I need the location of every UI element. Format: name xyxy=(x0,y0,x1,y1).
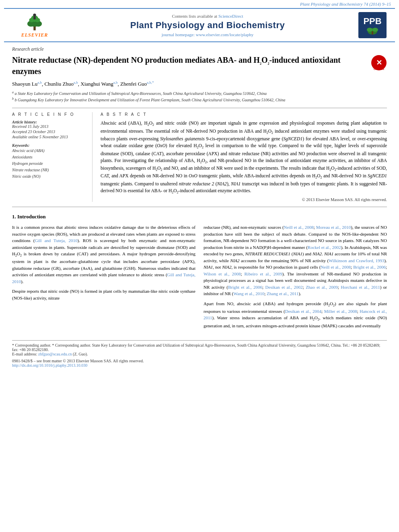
footer-note: * Corresponding author. * Corresponding … xyxy=(12,340,387,368)
ref-miller-2008: Miller et al., 2008 xyxy=(324,309,357,314)
accepted-date: Accepted 23 October 2013 xyxy=(12,129,88,134)
ref-zhao-2009: Zhao et al., 2009 xyxy=(306,285,338,290)
abstract-text: Abscisic acid (ABA), H2O2 and nitric oxi… xyxy=(101,120,387,195)
intro-title: 1. Introduction xyxy=(12,214,387,220)
intro-para-1: It is a common process that abiotic stre… xyxy=(12,224,195,285)
keyword-3: Hydrogen peroxide xyxy=(12,160,88,167)
intro-para-2: Despite reports that nitric oxide (NO) i… xyxy=(12,288,195,301)
paper-title-text: Nitrate reductase (NR)-dependent NO prod… xyxy=(12,55,367,76)
journal-citation: Plant Physiology and Biochemistry 74 (20… xyxy=(300,2,391,6)
abstract-column: A B S T R A C T Abscisic acid (ABA), H2O… xyxy=(101,112,387,202)
intro-body-columns: It is a common process that abiotic stre… xyxy=(12,224,387,332)
email-line: E-mail address: zhfguo@scau.edu.cn (Z. G… xyxy=(12,352,387,356)
copyright-line: © 2013 Elsevier Masson SAS. All rights r… xyxy=(101,197,387,202)
ref-desikan-2004: Desikan et al., 2004 xyxy=(285,309,321,314)
article-history-label: Article history: xyxy=(12,120,88,124)
divider-2 xyxy=(12,207,387,207)
keyword-2: Antioxidants xyxy=(12,154,88,160)
journal-homepage: journal homepage: www.elsevier.com/locat… xyxy=(59,32,356,37)
ref-horchani-2011: Horchani et al., 2011 xyxy=(341,285,380,290)
keyword-5: Nitric oxide (NO) xyxy=(12,173,88,180)
ref-wang-2010: Wang et al., 2010 xyxy=(233,291,264,296)
ref-neill-2008: Neill et al., 2008 xyxy=(284,225,314,230)
ref-bright-2006b: Bright et al., 2006 xyxy=(228,285,262,290)
affiliation-a: a a State Key Laboratory for Conservatio… xyxy=(12,90,387,97)
ref-ribeiro-2009: Ribeiro et al., 2009 xyxy=(245,271,282,276)
article-info-heading: A R T I C L E I N F O xyxy=(12,112,88,117)
keyword-4: Nitrate reductase (NR) xyxy=(12,167,88,173)
svg-point-6 xyxy=(35,18,40,23)
doi-line: http://dx.doi.org/10.1016/j.plaphy.2013.… xyxy=(12,363,387,368)
keywords-section: Keywords: Abscisic acid (ABA) Antioxidan… xyxy=(12,143,88,180)
top-bar: Plant Physiology and Biochemistry 74 (20… xyxy=(0,0,399,8)
svg-text:✕: ✕ xyxy=(376,59,382,67)
journal-header-center: Contents lists available at ScienceDirec… xyxy=(59,14,356,37)
authors-line: Shaoyun Lua,b, Chunliu Zhuoa,b, Xianghui… xyxy=(12,80,387,87)
svg-point-5 xyxy=(29,18,34,23)
intro-left-col: It is a common process that abiotic stre… xyxy=(12,224,195,332)
intro-right-col: reductase (NR), and non-enzymatic source… xyxy=(204,224,387,332)
ref-wilson-2008: Wilson et al., 2008 xyxy=(204,271,241,276)
keywords-label: Keywords: xyxy=(12,143,88,148)
elsevier-logo-area: ELSEVIER xyxy=(10,12,59,38)
journal-title-main: Plant Physiology and Biochemistry xyxy=(59,20,356,31)
article-info-abstract-section: A R T I C L E I N F O Article history: R… xyxy=(12,112,387,202)
sciencedirect-line: Contents lists available at ScienceDirec… xyxy=(59,14,356,18)
affiliation-b: b b Guangdong Key Laboratory for Innovat… xyxy=(12,97,387,103)
article-info-column: A R T I C L E I N F O Article history: R… xyxy=(12,112,93,202)
sciencedirect-link[interactable]: ScienceDirect xyxy=(218,14,243,18)
article-type-label: Research article xyxy=(12,46,387,52)
ref-gill-tuteja-2: Gill and Tuteja, 2010 xyxy=(12,272,195,284)
svg-point-13 xyxy=(367,28,372,32)
paper-container: Research article Nitrate reductase (NR)-… xyxy=(0,42,399,372)
ref-moreau-2010: Moreau et al., 2010 xyxy=(316,225,351,230)
received-date: Received 15 July 2013 xyxy=(12,124,88,129)
intro-para-4: Apart from NO, abscisic acid (ABA) and h… xyxy=(204,300,387,329)
abstract-heading: A B S T R A C T xyxy=(101,112,387,117)
elsevier-tree-icon xyxy=(23,12,47,32)
journal-header: ELSEVIER Contents lists available at Sci… xyxy=(4,8,395,42)
elsevier-text: ELSEVIER xyxy=(21,32,48,38)
ref-rockel-2002: Rockel et al., 2002 xyxy=(308,245,341,250)
ref-wilkinson-crawford: Wilkinson and Crawford, 1993 xyxy=(329,258,384,263)
crossmark-badge: ✕ CrossMark xyxy=(371,55,387,71)
corresponding-author-note: * Corresponding author. * Corresponding … xyxy=(12,343,387,352)
keyword-1: Abscisic acid (ABA) xyxy=(12,148,88,154)
keywords-list: Abscisic acid (ABA) Antioxidants Hydroge… xyxy=(12,148,88,180)
ref-bright-2006: Bright et al., 2006 xyxy=(353,265,386,269)
introduction-section: 1. Introduction It is a common process t… xyxy=(12,214,387,332)
svg-point-14 xyxy=(372,28,378,32)
svg-rect-8 xyxy=(33,16,35,19)
ref-gill-tuteja: Gill and Tuteja, 2010 xyxy=(35,238,77,243)
intro-para-3: reductase (NR), and non-enzymatic source… xyxy=(204,224,387,297)
elsevier-logo: ELSEVIER xyxy=(21,12,48,38)
ppb-logo-area: PPB xyxy=(356,12,389,38)
ppb-logo: PPB xyxy=(358,12,387,38)
paper-title-area: Nitrate reductase (NR)-dependent NO prod… xyxy=(12,55,387,76)
svg-text:PPB: PPB xyxy=(363,16,381,26)
doi-link[interactable]: http://dx.doi.org/10.1016/j.plaphy.2013.… xyxy=(12,363,87,368)
affiliations: a a State Key Laboratory for Conservatio… xyxy=(12,90,387,103)
issn-line: 0981-9428/$ – see front matter © 2013 El… xyxy=(12,359,387,363)
svg-point-7 xyxy=(33,14,36,16)
svg-rect-12 xyxy=(372,31,373,35)
svg-text:CrossMark: CrossMark xyxy=(374,68,384,70)
ref-desikan-2002: Desikan et al., 2002 xyxy=(265,285,303,290)
available-date: Available online 5 November 2013 xyxy=(12,135,88,139)
ref-zhang-2011: Zhang et al., 2011 xyxy=(267,291,298,296)
divider-1 xyxy=(12,108,387,108)
email-link[interactable]: zhfguo@scau.edu.cn xyxy=(38,352,72,356)
ref-neill-2008b: Neill et al., 2008 xyxy=(321,265,351,269)
